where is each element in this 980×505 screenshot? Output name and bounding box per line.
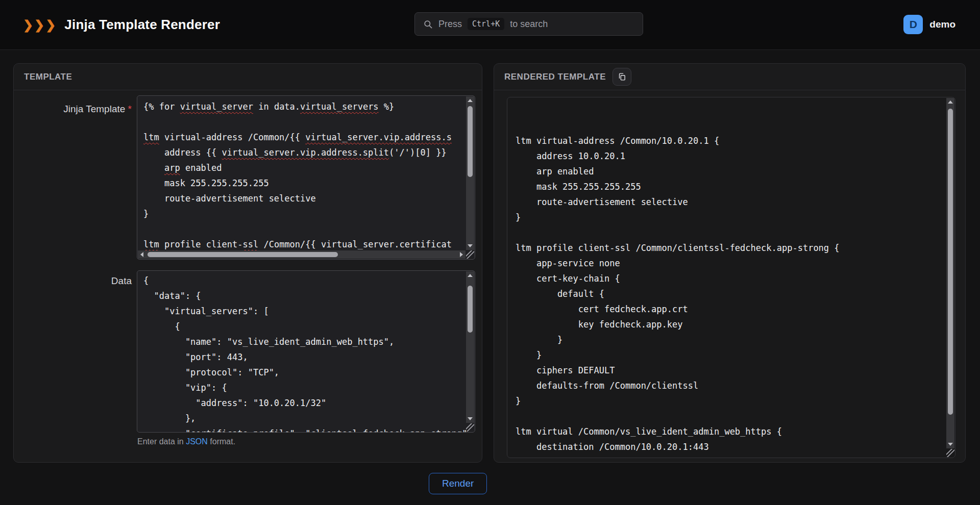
data-vertical-scrollbar[interactable] [466, 271, 474, 423]
render-button[interactable]: Render [429, 473, 487, 494]
username: demo [929, 19, 955, 30]
scroll-down-arrow-icon[interactable] [468, 244, 473, 247]
jinja-hscroll-thumb[interactable] [148, 252, 338, 257]
data-vscroll-thumb[interactable] [468, 286, 473, 333]
search-placeholder-prefix: Press [438, 19, 462, 30]
data-label: Data [14, 270, 137, 446]
scroll-up-arrow-icon[interactable] [948, 100, 953, 104]
data-format-hint: Enter data in JSON format. [137, 437, 475, 446]
jinja-template-code[interactable]: {% for virtual_server in data.virtual_se… [137, 96, 475, 259]
template-panel-header: TEMPLATE [14, 64, 482, 90]
top-bar: ❯❯❯ Jinja Template Renderer Press Ctrl+K… [0, 0, 980, 50]
user-menu[interactable]: D demo [903, 15, 955, 34]
required-mark: * [128, 104, 132, 114]
avatar[interactable]: D [903, 15, 923, 34]
jinja-horizontal-scrollbar[interactable] [138, 250, 465, 259]
scroll-left-arrow-icon[interactable] [140, 252, 143, 257]
scroll-down-arrow-icon[interactable] [948, 443, 953, 446]
search-placeholder-suffix: to search [510, 19, 548, 30]
scroll-down-arrow-icon[interactable] [468, 417, 473, 420]
scroll-up-arrow-icon[interactable] [468, 274, 473, 277]
rendered-output-box[interactable]: ltm virtual-address /Common/10.0.20.1 { … [507, 97, 955, 458]
jinja-vertical-scrollbar[interactable] [466, 96, 474, 250]
rendered-panel-body: ltm virtual-address /Common/10.0.20.1 { … [494, 90, 965, 458]
output-resize-grip-icon[interactable] [946, 449, 954, 457]
jinja-template-textarea[interactable]: {% for virtual_server in data.virtual_se… [137, 95, 475, 260]
data-textarea[interactable]: { "data": { "virtual_servers": [ { "name… [137, 270, 475, 433]
brand: ❯❯❯ Jinja Template Renderer [23, 17, 220, 33]
scroll-right-arrow-icon[interactable] [460, 252, 463, 257]
template-panel-title: TEMPLATE [24, 72, 72, 82]
jinja-template-label: Jinja Template * [14, 95, 137, 260]
rendered-output-text: ltm virtual-address /Common/10.0.20.1 { … [507, 97, 955, 458]
scroll-up-arrow-icon[interactable] [468, 99, 473, 102]
rendered-panel-header: RENDERED TEMPLATE [494, 64, 965, 90]
form-actions: Render [429, 473, 980, 494]
app-logo-icon: ❯❯❯ [23, 18, 57, 32]
global-search-input[interactable]: Press Ctrl+K to search [414, 12, 643, 36]
jinja-vscroll-thumb[interactable] [468, 106, 473, 177]
copy-icon [618, 72, 626, 81]
copy-output-button[interactable] [612, 68, 631, 86]
search-shortcut-kbd: Ctrl+K [468, 18, 504, 30]
rendered-panel-title: RENDERED TEMPLATE [504, 72, 606, 82]
data-resize-grip-icon[interactable] [466, 423, 474, 432]
template-form: Jinja Template * {% for virtual_server i… [14, 90, 482, 446]
search-icon [423, 19, 433, 29]
jinja-resize-grip-icon[interactable] [466, 250, 474, 259]
rendered-panel: RENDERED TEMPLATE ltm virtual-address /C… [494, 63, 966, 463]
template-panel: TEMPLATE Jinja Template * {% for virtual… [13, 63, 482, 463]
json-format-link[interactable]: JSON [186, 437, 208, 446]
output-vertical-scrollbar[interactable] [946, 98, 954, 448]
data-json-code[interactable]: { "data": { "virtual_servers": [ { "name… [137, 271, 475, 432]
app-title: Jinja Template Renderer [64, 17, 220, 33]
main-content: TEMPLATE Jinja Template * {% for virtual… [13, 63, 966, 463]
data-field-cell: { "data": { "virtual_servers": [ { "name… [137, 270, 475, 446]
output-vscroll-thumb[interactable] [948, 109, 953, 415]
